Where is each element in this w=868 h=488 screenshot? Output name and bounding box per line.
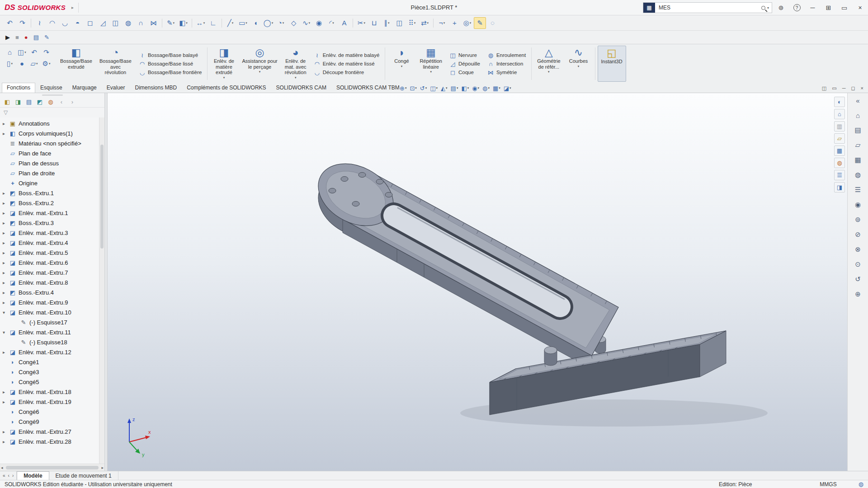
tree-expand-icon[interactable] — [3, 389, 9, 394]
section-view-icon[interactable]: ◫▾ — [430, 85, 438, 92]
tree-enlev-mat-extru-12[interactable]: Enlèv. mat.-Extru.12 — [0, 347, 99, 357]
tree-conge6[interactable]: Congé6 — [0, 407, 99, 417]
scroll-thumb[interactable] — [100, 145, 104, 249]
tree-enlev-mat-extru-9[interactable]: Enlèv. mat.-Extru.9 — [0, 297, 99, 307]
appearances-tab-icon[interactable]: ◍ — [851, 169, 865, 180]
view-palette-icon[interactable]: ▦ — [834, 145, 845, 156]
new-macro-icon[interactable]: ▤ — [33, 34, 39, 41]
lock-icon[interactable]: ⊙ — [851, 259, 865, 270]
menu-expand-icon[interactable]: ▸ — [71, 5, 74, 10]
lofted-cut-button[interactable]: ◠Enlèv. de matière lissé — [314, 61, 380, 67]
tab-modele[interactable]: Modèle — [17, 471, 49, 480]
spline-icon[interactable]: ∿▾ — [300, 17, 312, 29]
tree-expand-icon[interactable] — [3, 250, 9, 255]
convert-entities-icon[interactable]: ⊔▾ — [368, 17, 380, 29]
tab-marquage[interactable]: Marquage — [67, 83, 102, 93]
draft-tool-icon[interactable]: ◿▾ — [97, 17, 109, 29]
tree-enlev-mat-extru-4[interactable]: Enlèv. mat.-Extru.4 — [0, 238, 99, 248]
view-settings-icon[interactable]: ◪▾ — [504, 85, 511, 92]
tile-windows-button[interactable]: ⊞ — [821, 0, 836, 15]
undo-qa-icon[interactable]: ↶▾ — [29, 47, 39, 57]
doc-restore-icon[interactable]: ◻ — [851, 85, 855, 91]
ribbon-sep-3[interactable]: ▾ — [531, 47, 532, 80]
design-library-icon[interactable]: ▤ — [851, 125, 865, 136]
panel-grip[interactable] — [0, 93, 104, 97]
tab-dimensions-mbd[interactable]: Dimensions MBD — [130, 83, 182, 93]
smart-dimension-icon[interactable]: ↔▾ — [194, 17, 207, 29]
boundary-cut-button[interactable]: ◡Découpe frontière — [314, 69, 380, 76]
dropdown-caret-icon[interactable]: ▾ — [401, 65, 403, 68]
section-icon[interactable]: ◨ — [834, 182, 845, 192]
search-icon[interactable] — [761, 6, 765, 10]
tree-enlev-mat-extru-1[interactable]: Enlèv. mat.-Extru.1 — [0, 208, 99, 218]
tree-enlev-mat-extru-3[interactable]: Enlèv. mat.-Extru.3 — [0, 228, 99, 238]
lofted-boss-button[interactable]: ◠Bossage/Base lissé — [139, 61, 202, 67]
horizontal-dimension-icon[interactable]: ∟▾ — [207, 17, 219, 29]
mirror-tool-icon[interactable]: ⋈▾ — [147, 17, 160, 29]
tree-enlev-mat-extru-19[interactable]: Enlèv. mat.-Extru.19 — [0, 397, 99, 407]
list-icon[interactable]: ☰ — [834, 170, 845, 180]
units-status[interactable]: MMGS — [820, 481, 836, 488]
display-relations-icon[interactable]: ¬▾ — [436, 17, 448, 29]
repair-sketch-icon[interactable]: +▾ — [448, 17, 461, 29]
sketch-fillet-icon[interactable]: ◜▾ — [326, 17, 338, 29]
tree-enlev-mat-extru-27[interactable]: Enlèv. mat.-Extru.27 — [0, 427, 99, 436]
dimxpertmanager-tab[interactable]: ◩ — [35, 99, 44, 105]
record-pause-macro-icon[interactable]: ● — [24, 34, 28, 41]
intersect-button[interactable]: ∩Intersection — [487, 61, 526, 67]
tree-materiau[interactable]: Matériau <non spécifié> — [0, 138, 99, 148]
tree-esquisse18[interactable]: (-) Esquisse18 — [0, 337, 99, 347]
tree-enlev-mat-extru-11[interactable]: Enlèv. mat.-Extru.11 — [0, 327, 99, 337]
tree-plan-de-face[interactable]: Plan de face — [0, 148, 99, 158]
open-doc-icon[interactable]: ▱▾ — [29, 59, 39, 69]
intersect-tool-icon[interactable]: ∩▾ — [135, 17, 147, 29]
run-macro-icon[interactable]: ▶ — [5, 34, 10, 41]
tab-solidworks-cam[interactable]: SOLIDWORKS CAM — [271, 83, 331, 93]
configurationmanager-tab[interactable]: ▤ — [24, 99, 33, 105]
sep-3[interactable]: ▾ — [192, 19, 192, 28]
boundary-boss-button[interactable]: ◡Bossage/Base frontière — [139, 69, 202, 76]
globe-icon[interactable]: ◍ — [859, 481, 863, 488]
mirror-button[interactable]: ⋈Symétrie — [487, 69, 526, 76]
touch-mode-icon[interactable]: ⊚ — [851, 214, 865, 225]
tree-enlev-mat-extru-8[interactable]: Enlèv. mat.-Extru.8 — [0, 277, 99, 287]
part-model[interactable] — [108, 93, 847, 471]
tab-etude-mouvement[interactable]: Etude de mouvement 1 — [49, 471, 118, 480]
tree-expand-icon[interactable] — [3, 399, 9, 404]
doc-tab-icon[interactable]: ▭ — [832, 85, 836, 91]
sep-2[interactable]: ▾ — [162, 19, 162, 28]
tree-vertical-scrollbar[interactable] — [99, 117, 104, 464]
tree-expand-icon[interactable] — [3, 201, 9, 206]
tree-expand-icon[interactable] — [3, 350, 9, 355]
sketch-icon[interactable]: ✎▾ — [165, 17, 177, 29]
tree-boss-extru-2[interactable]: Boss.-Extru.2 — [0, 198, 99, 208]
extruded-boss-button[interactable]: ◧ Bossage/Base extrudé ▾ — [57, 46, 95, 82]
display-style-icon[interactable]: ◧▾ — [461, 85, 469, 92]
offset-entities-icon[interactable]: ∥▾ — [381, 17, 393, 29]
tree-expand-icon[interactable] — [3, 290, 9, 295]
tab-scroll-next-icon[interactable]: › — [12, 473, 14, 478]
fillet-button[interactable]: ◗ Congé ▾ — [387, 46, 415, 82]
reference-geometry-button[interactable]: △ Géométrie de référ... ▾ — [534, 46, 563, 82]
dropdown-caret-icon[interactable]: ▾ — [578, 65, 580, 68]
tree-expand-icon[interactable] — [3, 280, 9, 285]
tree-enlev-mat-extru-6[interactable]: Enlèv. mat.-Extru.6 — [0, 258, 99, 267]
view-palette-tab-icon[interactable]: ▦ — [851, 155, 865, 165]
sw-resources-icon[interactable]: ⌂ — [851, 110, 865, 121]
scroll-left-icon[interactable]: ◂ — [1, 465, 3, 470]
trim-entities-icon[interactable]: ✂▾ — [355, 17, 368, 29]
tree-conge1[interactable]: Congé1 — [0, 357, 99, 367]
tab-scroll-prev-icon[interactable]: ‹ — [8, 473, 9, 478]
tree-conge3[interactable]: Congé3 — [0, 367, 99, 377]
hole-wizard-button[interactable]: ◎ Assistance pour le perçage ▾ — [239, 46, 280, 82]
displaymanager-tab[interactable]: ◍ — [46, 99, 55, 105]
tab-solidworks-cam-tbm[interactable]: SOLIDWORKS CAM TBM — [331, 83, 405, 93]
fm-tabs-scroll-left[interactable]: ‹ — [57, 99, 66, 105]
tree-expand-icon[interactable] — [3, 439, 9, 444]
tree-esquisse17[interactable]: (-) Esquisse17 — [0, 317, 99, 327]
custom-properties-icon[interactable]: ☰ — [851, 184, 865, 195]
rib-tool-icon[interactable]: ◫▾ — [109, 17, 122, 29]
tree-expand-icon[interactable] — [3, 191, 9, 196]
new-doc-icon[interactable]: ▯▾ — [5, 59, 15, 69]
save-icon[interactable]: ◫▾ — [17, 47, 27, 57]
